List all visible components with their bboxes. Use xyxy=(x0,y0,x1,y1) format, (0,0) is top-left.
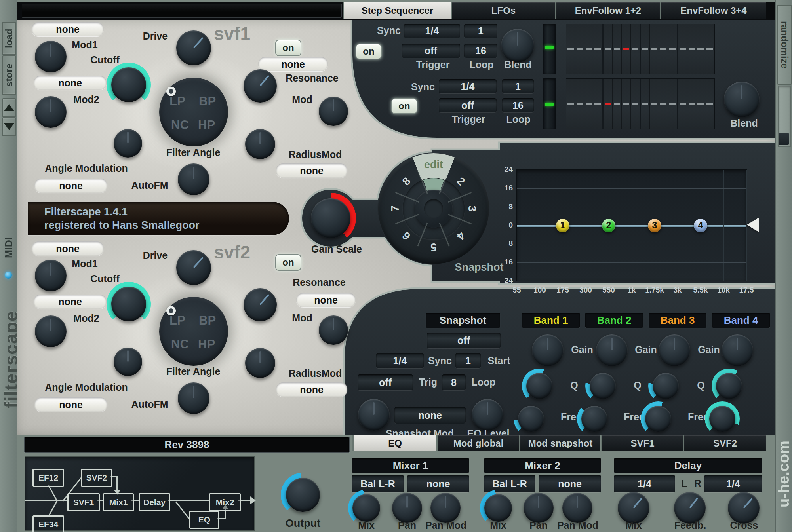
tab-svf2[interactable]: SVF2 xyxy=(683,435,766,451)
preset-up-button[interactable] xyxy=(2,98,16,117)
seq-step-cell[interactable] xyxy=(622,79,631,129)
band3-header[interactable]: Band 3 xyxy=(649,313,706,328)
seq-step-cell[interactable] xyxy=(566,24,575,74)
svf1-power-toggle[interactable]: on xyxy=(275,40,301,56)
preset-down-button[interactable] xyxy=(2,117,16,136)
seq-step-cell[interactable] xyxy=(705,24,714,74)
seq1-sync-select[interactable]: 1/4 xyxy=(404,24,460,38)
seq-step-cell[interactable] xyxy=(584,79,594,129)
snapshot-number-8[interactable]: 8 xyxy=(398,173,415,190)
eqseq-trig-select[interactable]: off xyxy=(358,374,413,390)
band1-header[interactable]: Band 1 xyxy=(522,313,580,328)
seq-step-cell[interactable] xyxy=(641,24,650,74)
svf1-drive-knob[interactable] xyxy=(176,30,211,65)
svf1-resonance-mod-knob[interactable] xyxy=(319,97,348,126)
delay-mix-knob[interactable] xyxy=(618,492,649,524)
svf2-power-toggle[interactable]: on xyxy=(275,254,301,271)
svf1-resonance-mod-select[interactable]: none xyxy=(258,57,328,71)
snapshot-number-4[interactable]: 4 xyxy=(452,227,470,245)
band3-q-knob[interactable] xyxy=(648,369,683,403)
snapshot-mod-knob[interactable] xyxy=(358,399,390,431)
seq1-level-slider[interactable] xyxy=(543,24,556,74)
svf1-mod1-source-select[interactable]: none xyxy=(32,22,104,36)
band4-gain-knob[interactable] xyxy=(722,334,753,366)
svf2-resonance-knob[interactable] xyxy=(244,288,277,321)
svf2-filter-angle-marker[interactable] xyxy=(166,306,176,315)
band2-gain-knob[interactable] xyxy=(596,334,628,366)
svf1-mod1-knob[interactable] xyxy=(35,41,67,72)
svf2-cutoff-knob[interactable] xyxy=(107,282,151,326)
eqseq-loop-select[interactable]: 8 xyxy=(442,374,466,390)
randomize-button[interactable]: randomize xyxy=(777,5,792,85)
tab-lfos[interactable]: LFOs xyxy=(451,2,555,19)
eq-band-node-4[interactable]: 4 xyxy=(694,219,707,232)
seq-step-cell[interactable] xyxy=(584,24,594,74)
svf1-resonance-knob[interactable] xyxy=(244,69,277,103)
seq-step-cell[interactable] xyxy=(641,79,650,129)
seq-step-cell[interactable] xyxy=(622,24,631,74)
gain-scale-knob[interactable] xyxy=(305,193,356,243)
seq-step-cell[interactable] xyxy=(696,79,705,129)
store-button[interactable]: store xyxy=(2,55,16,95)
seq-step-cell[interactable] xyxy=(613,24,622,74)
seq2-trigger-select[interactable]: off xyxy=(439,98,497,112)
svf1-angle-mod-knob[interactable] xyxy=(114,129,142,158)
seq1-blend-knob[interactable] xyxy=(501,29,534,62)
tab-mod-global[interactable]: Mod global xyxy=(436,435,519,451)
preset-display[interactable] xyxy=(22,4,342,18)
seq1-start-select[interactable]: 1 xyxy=(464,24,497,38)
seq-step-cell[interactable] xyxy=(575,24,584,74)
seq1-loop-select[interactable]: 16 xyxy=(464,44,497,58)
svf2-mod1-source-select[interactable]: none xyxy=(32,241,104,256)
tab-svf1[interactable]: SVF1 xyxy=(601,435,683,451)
band1-q-knob[interactable] xyxy=(522,369,557,403)
eq-band-node-2[interactable]: 2 xyxy=(602,219,615,232)
band2-q-knob[interactable] xyxy=(585,369,620,403)
eqseq-mode-select[interactable]: off xyxy=(427,332,501,348)
mixer1-panmod-knob[interactable] xyxy=(430,493,461,523)
tab-mod-snapshot[interactable]: Mod snapshot xyxy=(519,435,600,451)
tab-eq[interactable]: EQ xyxy=(352,435,436,451)
band4-freq-knob[interactable] xyxy=(705,401,740,436)
snapshot-number-5[interactable]: 5 xyxy=(428,241,440,253)
snapshot-dial[interactable]: edit 2345678 xyxy=(378,153,489,264)
snapshot-number-7[interactable]: 7 xyxy=(389,203,402,215)
seq-step-cell[interactable] xyxy=(668,24,678,74)
seq-step-cell[interactable] xyxy=(678,79,687,129)
delay-time-left-select[interactable]: 1/4 xyxy=(614,475,675,492)
delay-feedback-knob[interactable] xyxy=(674,492,706,524)
seq-step-cell[interactable] xyxy=(696,24,705,74)
band2-header[interactable]: Band 2 xyxy=(585,313,643,328)
band1-freq-knob[interactable] xyxy=(514,401,548,436)
eqseq-start-select[interactable]: 1 xyxy=(455,353,481,368)
svf1-filter-angle-marker[interactable] xyxy=(166,87,176,96)
svf2-radius-mod-select[interactable]: none xyxy=(276,382,347,397)
svf1-autofm-knob[interactable] xyxy=(178,163,209,195)
seq1-power-toggle[interactable]: on xyxy=(356,44,382,59)
seq-step-cell[interactable] xyxy=(705,79,714,129)
band4-header[interactable]: Band 4 xyxy=(712,313,770,328)
tab-step-sequencer[interactable]: Step Sequencer xyxy=(343,2,451,19)
tab-envfollow-12[interactable]: EnvFollow 1+2 xyxy=(555,2,660,19)
svf2-angle-mod-select[interactable]: none xyxy=(34,397,107,412)
seq2-level-slider[interactable] xyxy=(543,78,556,129)
svf2-radius-mod-knob[interactable] xyxy=(245,348,275,378)
svf2-resonance-mod-knob[interactable] xyxy=(319,315,348,345)
band3-freq-knob[interactable] xyxy=(641,401,676,436)
seq2-sync-select[interactable]: 1/4 xyxy=(439,79,497,93)
seq-step-cell[interactable] xyxy=(613,79,622,129)
load-button[interactable]: load xyxy=(2,22,16,55)
eq-band-node-3[interactable]: 3 xyxy=(648,219,661,232)
seq-step-cell[interactable] xyxy=(631,79,641,129)
svf1-radius-mod-knob[interactable] xyxy=(245,129,275,159)
seq2-start-select[interactable]: 1 xyxy=(502,79,534,93)
svf2-cutoff-knob-face[interactable] xyxy=(111,287,146,321)
delay-time-right-select[interactable]: 1/4 xyxy=(704,475,762,492)
svf2-mod1-knob[interactable] xyxy=(35,260,67,291)
seq-step-cell[interactable] xyxy=(566,79,575,129)
mixer1-pan-knob[interactable] xyxy=(392,493,422,523)
seq-step-cell[interactable] xyxy=(575,79,584,129)
eq-level-knob[interactable] xyxy=(472,399,503,431)
svf1-mod2-source-select[interactable]: none xyxy=(34,76,107,90)
seq-step-cell[interactable] xyxy=(687,24,697,74)
